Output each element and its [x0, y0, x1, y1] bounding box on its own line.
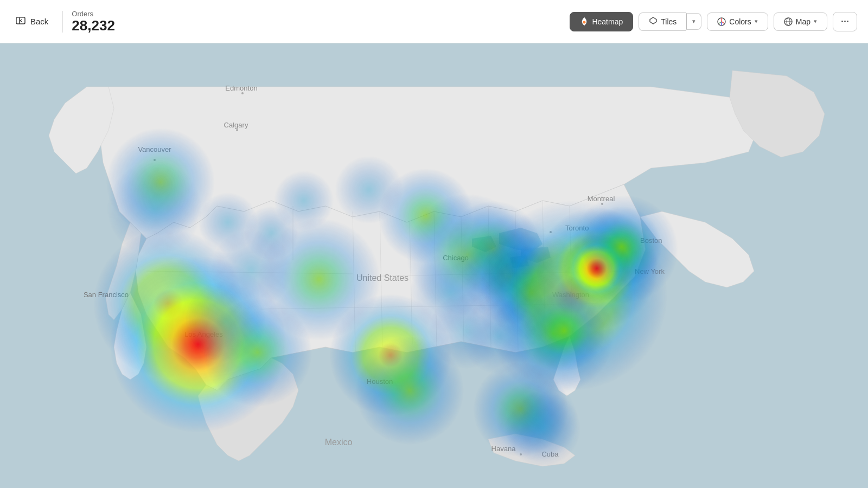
label-toronto: Toronto: [565, 224, 589, 232]
heatmap-icon: [580, 17, 589, 27]
colors-chevron-icon: ▾: [755, 18, 758, 25]
orders-info: Orders 28,232: [72, 10, 115, 34]
label-losangeles: Los Angeles: [184, 330, 223, 338]
svg-point-2: [583, 21, 586, 23]
tiles-button-group: Tiles ▾: [639, 12, 701, 31]
svg-point-27: [520, 453, 522, 455]
label-montreal: Montreal: [588, 195, 615, 203]
label-chicago: Chicago: [443, 254, 469, 262]
tiles-label: Tiles: [661, 17, 676, 26]
colors-label: Colors: [729, 17, 751, 26]
more-button[interactable]: ···: [833, 12, 857, 31]
label-boston: Boston: [640, 236, 662, 245]
map-button[interactable]: Map ▾: [774, 12, 827, 31]
colors-button[interactable]: Colors ▾: [707, 12, 768, 31]
label-calgary: Calgary: [224, 121, 248, 129]
heatmap-label: Heatmap: [592, 17, 623, 26]
label-houston: Houston: [367, 377, 393, 386]
back-button[interactable]: Back: [11, 14, 54, 29]
orders-label: Orders: [72, 10, 115, 18]
back-icon: [16, 17, 27, 26]
label-sanfrancisco: San Francisco: [84, 291, 129, 299]
svg-point-23: [236, 129, 238, 131]
tiles-dropdown-button[interactable]: ▾: [686, 13, 701, 30]
colors-icon: [717, 17, 726, 26]
svg-point-26: [601, 203, 603, 205]
more-label: ···: [841, 16, 849, 27]
heatmap-button[interactable]: Heatmap: [570, 12, 633, 31]
back-label: Back: [30, 17, 48, 26]
tiles-chevron-icon: ▾: [692, 18, 695, 25]
map-icon: [784, 17, 793, 26]
label-vancouver: Vancouver: [138, 145, 171, 153]
label-usa: United States: [356, 273, 409, 282]
tiles-button[interactable]: Tiles: [639, 12, 686, 31]
orders-count: 28,232: [72, 18, 115, 34]
divider: [62, 11, 63, 33]
map-chevron-icon: ▾: [814, 18, 817, 25]
svg-point-22: [241, 92, 244, 94]
svg-point-25: [550, 231, 552, 233]
svg-marker-3: [650, 17, 656, 24]
label-washington: Washington: [552, 291, 589, 299]
tiles-icon: [649, 17, 658, 26]
svg-point-24: [154, 159, 156, 161]
label-cuba: Cuba: [541, 450, 559, 458]
map-label: Map: [796, 17, 810, 26]
label-newyork: New York: [635, 267, 665, 275]
header: Back Orders 28,232 Heatmap Tiles ▾: [0, 0, 868, 43]
label-edmonton: Edmonton: [225, 84, 257, 92]
map-svg[interactable]: Edmonton Calgary Vancouver San Francisco…: [0, 43, 868, 488]
map-container: Edmonton Calgary Vancouver San Francisco…: [0, 43, 868, 488]
label-mexico: Mexico: [325, 438, 353, 447]
label-havana: Havana: [492, 445, 516, 453]
toolbar: Heatmap Tiles ▾ Colors ▾: [570, 12, 857, 31]
